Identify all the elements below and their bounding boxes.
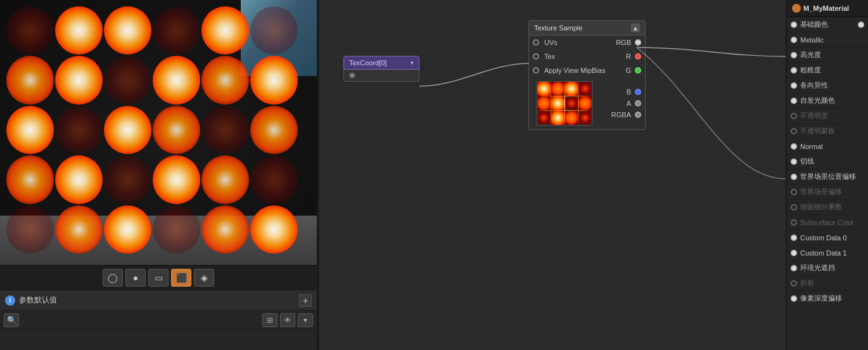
material-input-pin (791, 189, 797, 195)
fire-cell (104, 205, 151, 254)
thumb-cell (537, 111, 551, 125)
sphere-view-button[interactable]: ◯ (103, 269, 123, 287)
thumb-cell (551, 96, 565, 110)
thumb-cell (537, 96, 551, 110)
material-input-pin (791, 98, 797, 104)
material-item-label: 折射 (800, 278, 814, 288)
material-item-label: Custom Data 0 (800, 234, 846, 242)
plane-view-button[interactable]: ▭ (148, 269, 169, 287)
material-item-13[interactable]: Subsurface Color (787, 215, 868, 230)
material-item-9[interactable]: 切线 (787, 154, 868, 169)
material-input-pin (791, 204, 797, 211)
material-item-4[interactable]: 各向异性 (787, 78, 868, 93)
material-item-1[interactable]: Metallic (787, 32, 868, 48)
fire-cell (104, 56, 151, 104)
fire-cell (55, 56, 103, 104)
thumb-cell (578, 111, 592, 125)
custom-mesh-button[interactable]: ◈ (194, 269, 214, 287)
material-input-pin (791, 295, 797, 302)
material-item-2[interactable]: 高光度 (787, 48, 868, 63)
search-button[interactable]: 🔍 (4, 313, 19, 327)
texture-sample-node[interactable]: Texture Sample ▲ UVs RGB Tex (528, 20, 646, 130)
material-connector (858, 22, 864, 28)
material-item-label: Subsurface Color (800, 219, 854, 226)
material-item-label: 细面细分乘数 (800, 202, 842, 212)
material-item-16[interactable]: 环境光遮挡 (787, 261, 868, 276)
material-item-8[interactable]: Normal (787, 139, 868, 154)
fire-cell (104, 155, 151, 204)
fire-cell (201, 106, 249, 154)
material-item-label: 像素深度偏移 (800, 294, 842, 303)
material-item-label: 高光度 (800, 50, 821, 60)
param-add-button[interactable]: + (299, 294, 312, 307)
grid-view-button[interactable]: ⊞ (262, 313, 278, 327)
texcoord-node[interactable]: TexCoord[0] ▾ (343, 56, 419, 94)
rgb-label: RGB (616, 39, 631, 46)
material-input-pin (791, 265, 797, 271)
material-item-11[interactable]: 世界场景偏移 (787, 185, 868, 200)
material-input-pin (791, 219, 797, 226)
fire-cell (153, 205, 200, 254)
material-item-15[interactable]: Custom Data 1 (787, 245, 868, 261)
material-item-12[interactable]: 细面细分乘数 (787, 200, 868, 215)
material-item-label: 自发光颜色 (800, 96, 835, 105)
fire-cell (250, 56, 298, 104)
texcoord-node-title: TexCoord[0] (349, 59, 386, 67)
mipbias-input-pin (533, 67, 539, 74)
fire-cell (6, 106, 54, 154)
thumb-cell (551, 82, 565, 96)
fire-cell (153, 56, 200, 104)
material-item-3[interactable]: 粗糙度 (787, 63, 868, 78)
rgba-label: RGBA (611, 111, 631, 119)
material-item-14[interactable]: Custom Data 0 (787, 230, 868, 245)
material-item-7[interactable]: 不透明蒙板 (787, 124, 868, 139)
material-input-pin (791, 37, 797, 43)
fire-cell (153, 6, 200, 55)
node-editor[interactable]: TexCoord[0] ▾ Texture Sample ▲ UVs RGB (319, 0, 786, 350)
material-item-label: 切线 (800, 157, 814, 166)
material-item-label: Metallic (800, 36, 824, 44)
vertical-divider (317, 0, 319, 350)
cube-view-button[interactable]: ⬛ (171, 269, 191, 287)
fire-cell (55, 155, 103, 204)
material-item-label: 世界场景位置偏移 (800, 172, 856, 181)
material-item-10[interactable]: 世界场景位置偏移 (787, 169, 868, 185)
thumb-cell (578, 82, 592, 96)
fire-cell (153, 155, 200, 204)
b-output-pin (635, 89, 641, 95)
tex-input-pin (533, 53, 539, 60)
sphere2-view-button[interactable]: ● (125, 269, 146, 287)
fire-cell (104, 6, 151, 55)
fire-cell (250, 205, 298, 254)
material-item-0[interactable]: 基础颜色 (787, 17, 868, 32)
a-output-pin (635, 100, 641, 107)
rgba-output-pin (635, 112, 641, 118)
material-item-17[interactable]: 折射 (787, 276, 868, 291)
material-item-18[interactable]: 像素深度偏移 (787, 291, 868, 306)
material-item-6[interactable]: 不透明度 (787, 108, 868, 124)
fire-cell (6, 56, 54, 104)
material-item-label: Custom Data 1 (800, 249, 846, 257)
param-header: i 参数默认值 + (0, 290, 317, 311)
material-input-pin (791, 159, 797, 165)
fire-cell (250, 155, 298, 204)
viewport-canvas (0, 0, 317, 266)
mipbias-row: Apply View MipBias G (529, 63, 645, 77)
fire-cell (55, 106, 103, 154)
b-label: B (627, 88, 631, 96)
eye-button[interactable]: 👁 (280, 313, 295, 327)
param-panel: i 参数默认值 + 🔍 ⊞ 👁 ▾ (0, 289, 317, 350)
dropdown-button[interactable]: ▾ (298, 313, 313, 327)
collapse-button[interactable]: ▲ (631, 23, 640, 32)
texcoord-dropdown-icon[interactable]: ▾ (411, 60, 414, 66)
material-input-pin (791, 67, 797, 74)
thumb-cell (565, 96, 578, 110)
material-item-label: 环境光遮挡 (800, 263, 835, 273)
texture-node-title: Texture Sample (534, 24, 582, 32)
thumb-cell (565, 82, 578, 96)
material-item-label: 各向异性 (800, 81, 828, 90)
material-input-pin (791, 280, 797, 287)
material-input-pin (791, 235, 797, 241)
material-item-5[interactable]: 自发光颜色 (787, 93, 868, 108)
material-item-label: 不透明度 (800, 111, 828, 120)
